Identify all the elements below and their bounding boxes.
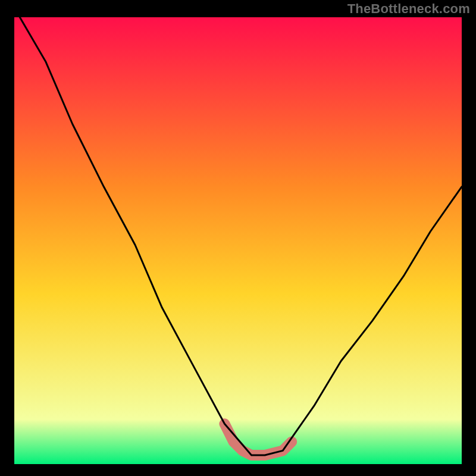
plot-area	[14, 17, 462, 464]
gradient-background	[14, 17, 462, 464]
plot-svg	[14, 17, 462, 464]
watermark-text: TheBottleneck.com	[347, 1, 470, 17]
chart-frame: TheBottleneck.com	[0, 0, 476, 476]
